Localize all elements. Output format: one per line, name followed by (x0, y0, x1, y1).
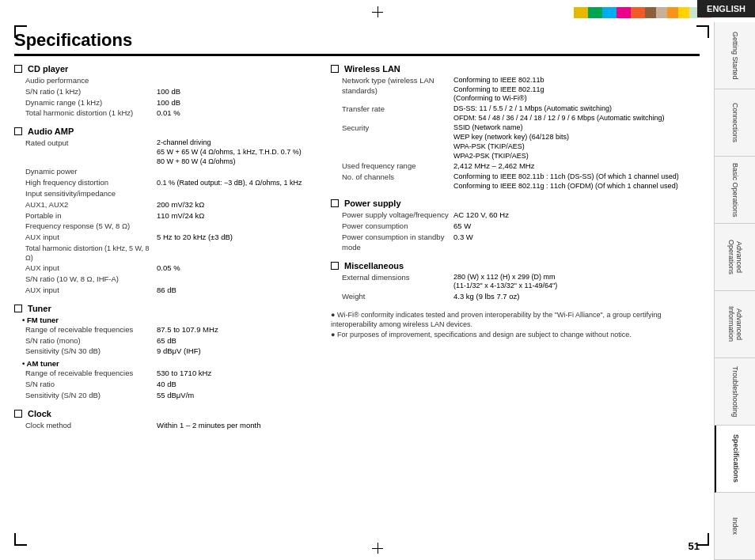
spec-row: High frequency distortion 0.1 % (Rated o… (14, 178, 315, 188)
checkbox-icon-wireless (331, 65, 339, 73)
spec-row: Rated output 2-channel driving65 W + 65 … (14, 138, 315, 166)
sidebar-tab-troubleshooting[interactable]: Troubleshooting (715, 358, 755, 426)
sidebar-tabs: Getting Started Connections Basic Operat… (714, 22, 755, 560)
spec-row: AUX input 5 Hz to 20 kHz (±3 dB) (14, 233, 315, 243)
spec-col-right: Wireless LAN Network type (wireless LAN … (331, 64, 700, 438)
spec-columns: CD player Audio performance S/N ratio (1… (14, 64, 700, 438)
spec-row: Sensitivity (S/N 30 dB) 9 dBμV (IHF) (14, 346, 315, 357)
spec-row: Network type (wireless LAN standards) Co… (331, 76, 700, 104)
swatch-orange (631, 7, 645, 18)
spec-notes: ● Wi-Fi® conformity indicates tested and… (331, 310, 700, 340)
sidebar-tab-specifications[interactable]: Specifications (715, 426, 755, 493)
section-title-cd-player: CD player (14, 64, 315, 74)
sidebar-tab-basic-operations[interactable]: Basic Operations (715, 157, 755, 224)
cross-mark-top (372, 6, 383, 17)
spec-row: S/N ratio (10 W, 8 Ω, IHF-A) (14, 274, 315, 285)
spec-row: Input sensitivity/impedance (14, 189, 315, 199)
checkbox-icon-misc (331, 262, 339, 270)
checkbox-icon-clock (14, 410, 22, 418)
spec-row: S/N ratio (mono) 65 dB (14, 336, 315, 346)
am-tuner-title: • AM tuner (14, 359, 315, 368)
checkbox-icon-tuner (14, 305, 22, 312)
checkbox-icon-amp (14, 127, 22, 135)
spec-row: Clock method Within 1 – 2 minutes per mo… (14, 421, 315, 431)
spec-row: Transfer rate DS-SS: 11 / 5.5 / 2 / 1 Mb… (331, 104, 700, 123)
spec-row: Range of receivable frequencies 530 to 1… (14, 369, 315, 379)
section-cd-player: CD player Audio performance S/N ratio (1… (14, 64, 315, 119)
swatch-brown (645, 7, 656, 18)
section-miscellaneous: Miscellaneous External dimensions 280 (W… (331, 261, 700, 302)
spec-row: Range of receivable frequencies 87.5 to … (14, 325, 315, 335)
swatch-light-yellow (678, 7, 689, 18)
english-tab: ENGLISH (697, 0, 755, 17)
spec-row: Power consumption in standby mode 0.3 W (331, 233, 700, 253)
section-title-power-supply: Power supply (331, 199, 700, 208)
spec-row: Sensitivity (S/N 20 dB) 55 dBμV/m (14, 391, 315, 401)
spec-row: Audio performance (14, 76, 315, 86)
spec-row: Portable in 110 mV/24 kΩ (14, 211, 315, 221)
page-number: 51 (689, 540, 700, 552)
note-1: ● Wi-Fi® conformity indicates tested and… (331, 310, 700, 330)
sidebar-tab-advanced-operations[interactable]: Advanced Operations (715, 224, 755, 291)
spec-row: AUX1, AUX2 200 mV/32 kΩ (14, 200, 315, 210)
spec-row: Used frequency range 2,412 MHz – 2,462 M… (331, 161, 700, 172)
section-title-miscellaneous: Miscellaneous (331, 261, 700, 271)
sidebar-tab-connections[interactable]: Connections (715, 89, 755, 157)
sidebar-tab-advanced-information[interactable]: Advanced Information (715, 291, 755, 358)
spec-row: Weight 4.3 kg (9 lbs 7.7 oz) (331, 292, 700, 302)
section-title-clock: Clock (14, 409, 315, 418)
section-audio-amp: Audio AMP Rated output 2-channel driving… (14, 127, 315, 295)
swatch-tan (656, 7, 667, 18)
checkbox-icon-power (331, 199, 339, 207)
spec-row: Total harmonic distortion (1 kHz, 5 W, 8… (14, 244, 315, 263)
color-swatches (574, 7, 711, 18)
page-title: Specifications (14, 30, 700, 56)
swatch-green (588, 7, 602, 18)
spec-row: External dimensions 280 (W) x 112 (H) x … (331, 273, 700, 291)
spec-row: Power supply voltage/frequency AC 120 V,… (331, 210, 700, 221)
main-content: Specifications CD player Audio performan… (0, 22, 714, 560)
spec-row: Frequency response (5 W, 8 Ω) (14, 221, 315, 232)
section-title-tuner: Tuner (14, 304, 315, 313)
spec-row: No. of channels Conforming to IEEE 802.1… (331, 172, 700, 191)
sidebar-tab-getting-started[interactable]: Getting Started (715, 22, 755, 89)
fm-tuner-title: • FM tuner (14, 316, 315, 324)
section-tuner: Tuner • FM tuner Range of receivable fre… (14, 304, 315, 401)
section-title-audio-amp: Audio AMP (14, 127, 315, 136)
spec-row: Power consumption 65 W (331, 221, 700, 232)
note-2: ● For purposes of improvement, specifica… (331, 330, 700, 340)
swatch-blue (602, 7, 617, 18)
spec-row: Security SSID (Network name)WEP key (net… (331, 123, 700, 161)
section-title-wireless-lan: Wireless LAN (331, 64, 700, 74)
section-power-supply: Power supply Power supply voltage/freque… (331, 199, 700, 252)
section-wireless-lan: Wireless LAN Network type (wireless LAN … (331, 64, 700, 191)
spec-row: AUX input 86 dB (14, 286, 315, 296)
spec-row: Dynamic range (1 kHz) 100 dB (14, 98, 315, 108)
spec-row: S/N ratio (1 kHz) 100 dB (14, 87, 315, 97)
spec-row: Total harmonic distortion (1 kHz) 0.01 % (14, 108, 315, 119)
swatch-light-orange (667, 7, 678, 18)
sidebar-tab-index[interactable]: Index (715, 493, 755, 560)
swatch-yellow (574, 7, 588, 18)
spec-row: Dynamic power (14, 167, 315, 177)
spec-row: S/N ratio 40 dB (14, 380, 315, 390)
section-clock: Clock Clock method Within 1 – 2 minutes … (14, 409, 315, 431)
checkbox-icon-cd (14, 65, 22, 73)
spec-col-left: CD player Audio performance S/N ratio (1… (14, 64, 315, 438)
spec-row: AUX input 0.05 % (14, 263, 315, 274)
swatch-pink (617, 7, 631, 18)
